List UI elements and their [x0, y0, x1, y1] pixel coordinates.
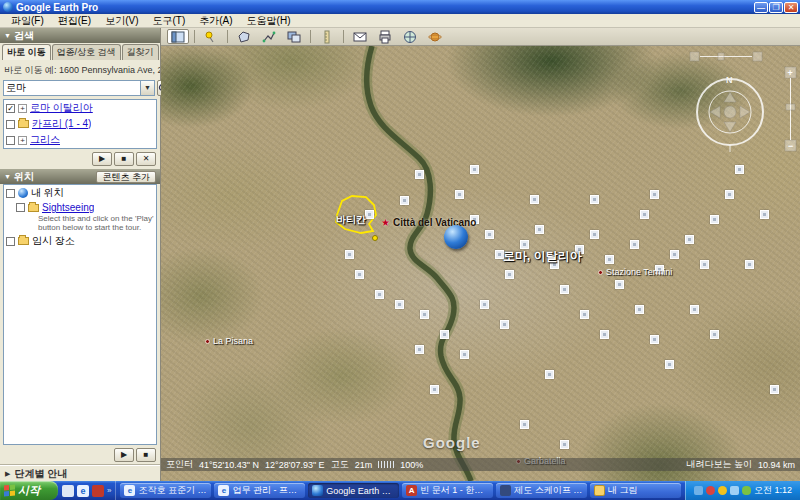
map-label[interactable] [372, 235, 378, 241]
taskbar-window-button[interactable]: e업무 관리 - 프레... [214, 483, 305, 498]
placemark-icon[interactable] [415, 345, 424, 354]
placemark-icon[interactable] [700, 260, 709, 269]
tree-row[interactable]: Sightseeing [4, 201, 156, 214]
placemark-icon[interactable] [375, 290, 384, 299]
placemark-icon[interactable] [560, 440, 569, 449]
search-result-balloon-marker[interactable] [444, 225, 468, 249]
ruler-button[interactable] [316, 29, 338, 44]
checkbox[interactable] [6, 237, 15, 246]
placemark-icon[interactable] [650, 190, 659, 199]
placemark-icon[interactable] [455, 190, 464, 199]
play-tour-button[interactable]: ▶ [114, 448, 134, 462]
placemark-icon[interactable] [590, 195, 599, 204]
print-button[interactable] [374, 29, 396, 44]
placemark-icon[interactable] [355, 270, 364, 279]
taskbar-window-button[interactable]: A빈 문서 1 - 한글... [402, 483, 493, 498]
tilt-right-button[interactable] [753, 52, 762, 61]
pan-right-arrow[interactable] [740, 106, 750, 118]
map-label[interactable]: 로마, 이탈리아 [503, 248, 582, 265]
map-label[interactable]: La Pisana [205, 336, 253, 346]
tree-item-label[interactable]: 로마 이탈리아 [30, 101, 93, 115]
placemark-icon[interactable] [520, 420, 529, 429]
tree-row[interactable]: +그리스 [4, 132, 156, 148]
email-button[interactable] [349, 29, 371, 44]
taskbar-window-button[interactable]: 제도 스케이프 틴... [496, 483, 587, 498]
placemark-icon[interactable] [745, 260, 754, 269]
tree-row[interactable]: 카프리 (1 - 4) [4, 116, 156, 132]
messenger-tray-icon[interactable] [694, 486, 703, 495]
close-button[interactable]: ✕ [784, 2, 798, 13]
menu-item[interactable]: 편집(E) [51, 14, 98, 28]
taskbar-window-button[interactable]: e조작호 표준기 도구... [120, 483, 211, 498]
add-polygon-button[interactable] [233, 29, 255, 44]
internet-explorer-icon[interactable]: e [77, 485, 89, 497]
placemark-icon[interactable] [710, 330, 719, 339]
placemark-icon[interactable] [685, 235, 694, 244]
navigation-control[interactable]: N [688, 50, 794, 200]
view-in-google-maps-button[interactable] [399, 29, 421, 44]
tilt-left-button[interactable] [690, 52, 699, 61]
tilt-slider-thumb[interactable] [718, 53, 724, 60]
zoom-slider[interactable]: + − [784, 66, 797, 152]
menu-item[interactable]: 도움말(H) [240, 14, 298, 28]
pan-left-arrow[interactable] [710, 106, 720, 118]
expander-icon[interactable]: + [18, 136, 27, 145]
placemark-icon[interactable] [500, 320, 509, 329]
placemark-icon[interactable] [345, 250, 354, 259]
tree-row[interactable]: ✓+로마 이탈리아 [4, 100, 156, 116]
toggle-sidebar-button[interactable] [167, 29, 189, 44]
placemark-icon[interactable] [600, 330, 609, 339]
expander-icon[interactable]: + [18, 104, 27, 113]
add-path-button[interactable] [258, 29, 280, 44]
show-desktop-icon[interactable] [62, 485, 74, 497]
placemark-icon[interactable] [690, 305, 699, 314]
placemark-icon[interactable] [395, 300, 404, 309]
pan-up-arrow[interactable] [724, 92, 736, 102]
placemark-icon[interactable] [430, 385, 439, 394]
tree-item-label[interactable]: Sightseeing [42, 202, 94, 213]
network-tray-icon[interactable] [730, 486, 739, 495]
placemark-icon[interactable] [440, 330, 449, 339]
placemark-icon[interactable] [590, 230, 599, 239]
placemark-icon[interactable] [415, 170, 424, 179]
add-content-button[interactable]: 콘텐츠 추가 [96, 171, 156, 183]
search-input[interactable] [4, 81, 140, 95]
menu-item[interactable]: 보기(V) [98, 14, 145, 28]
taskbar-window-button[interactable]: 내 그림 [590, 483, 681, 498]
placemark-icon[interactable] [470, 165, 479, 174]
pan-down-arrow[interactable] [724, 122, 736, 132]
placemark-icon[interactable] [530, 195, 539, 204]
tab-길찾기[interactable]: 길찾기 [122, 44, 159, 60]
menu-item[interactable]: 파일(F) [4, 14, 51, 28]
quick-launch-overflow-chevron[interactable]: » [107, 486, 111, 495]
compass-center-knob[interactable] [724, 106, 736, 118]
maximize-button[interactable]: ❐ [769, 2, 783, 13]
checkbox[interactable]: ✓ [6, 104, 15, 113]
placemark-icon[interactable] [420, 310, 429, 319]
clear-results-button[interactable]: ✕ [136, 152, 156, 166]
checkbox[interactable] [16, 203, 25, 212]
tree-item-label[interactable]: 임시 장소 [32, 234, 75, 248]
placemark-icon[interactable] [535, 225, 544, 234]
placemark-icon[interactable] [650, 335, 659, 344]
placemark-icon[interactable] [480, 300, 489, 309]
checkbox[interactable] [6, 120, 15, 129]
placemark-icon[interactable] [710, 215, 719, 224]
clock-tray-icon[interactable] [718, 486, 727, 495]
menu-item[interactable]: 도구(T) [145, 14, 192, 28]
menu-item[interactable]: 추가(A) [192, 14, 239, 28]
add-image-overlay-button[interactable] [283, 29, 305, 44]
tree-row[interactable]: 임시 장소 [4, 233, 156, 249]
map-viewport[interactable]: 바티칸★Città del Vaticano로마, 이탈리아Stazione T… [161, 46, 800, 481]
tree-row[interactable]: 내 위치 [4, 185, 156, 201]
tab-업종/상호 검색[interactable]: 업종/상호 검색 [52, 44, 121, 60]
placemark-icon[interactable] [365, 210, 374, 219]
checkbox[interactable] [6, 189, 15, 198]
tree-item-label[interactable]: 내 위치 [31, 186, 64, 200]
placemark-icon[interactable] [630, 240, 639, 249]
security-tray-icon[interactable] [706, 486, 715, 495]
start-button[interactable]: 시작 [0, 481, 58, 500]
tab-바로 이동[interactable]: 바로 이동 [2, 44, 51, 60]
ime-tray-icon[interactable] [742, 486, 751, 495]
play-tour-button[interactable]: ▶ [92, 152, 112, 166]
